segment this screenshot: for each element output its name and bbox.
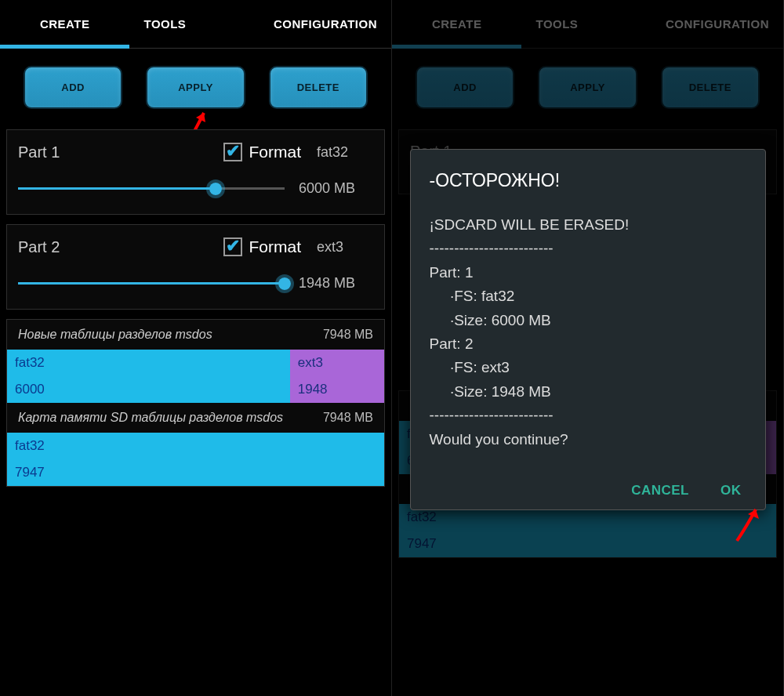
part1-title: Part 1 <box>18 143 223 161</box>
part1-fs[interactable]: fat32 <box>317 144 373 161</box>
new-table-fs-row: fat32 ext3 <box>7 350 384 376</box>
sd-table-total: 7948 MB <box>323 411 373 425</box>
right-screen: CREATE TOOLS CONFIGURATION ADD APPLY DEL… <box>392 0 784 696</box>
add-button[interactable]: ADD <box>24 66 122 109</box>
part2-slider[interactable] <box>18 282 285 285</box>
new-table-title: Новые таблицы разделов msdos <box>18 328 212 342</box>
action-row: ADD APPLY DELETE <box>0 49 391 129</box>
dialog-body: ¡SDCARD WILL BE ERASED! ----------------… <box>430 213 746 451</box>
part2-fs[interactable]: ext3 <box>317 239 373 256</box>
new-table-header: Новые таблицы разделов msdos 7948 MB <box>7 320 384 350</box>
left-screen: CREATE TOOLS CONFIGURATION ADD APPLY DEL… <box>0 0 392 696</box>
sd-table-title: Карта памяти SD таблицы разделов msdos <box>18 411 283 425</box>
part1-format-label: Format <box>249 143 301 161</box>
part2-format-label: Format <box>249 237 301 256</box>
tab-create[interactable]: CREATE <box>0 0 129 48</box>
warning-dialog: -ОСТОРОЖНО! ¡SDCARD WILL BE ERASED! ----… <box>410 149 766 510</box>
tables-card: Новые таблицы разделов msdos 7948 MB fat… <box>6 319 385 487</box>
new-part2-fs: ext3 <box>290 350 384 376</box>
part1-slider[interactable] <box>18 187 285 190</box>
part1-format-checkbox[interactable] <box>223 143 242 161</box>
sd-table-fs-row: fat32 <box>7 433 384 459</box>
dialog-actions: CANCEL OK <box>430 483 746 498</box>
partition-card-1: Part 1 Format fat32 6000 MB <box>6 129 385 215</box>
part2-size: 1948 MB <box>299 275 373 292</box>
part1-size: 6000 MB <box>299 180 373 197</box>
dialog-backdrop: -ОСТОРОЖНО! ¡SDCARD WILL BE ERASED! ----… <box>392 0 783 696</box>
cancel-button[interactable]: CANCEL <box>631 483 689 498</box>
tab-configuration[interactable]: CONFIGURATION <box>260 0 391 48</box>
sd-part1-fs: fat32 <box>7 433 384 459</box>
new-part2-size: 1948 <box>290 376 384 403</box>
sd-table-size-row: 7947 <box>7 459 384 486</box>
new-table-total: 7948 MB <box>323 328 373 342</box>
new-part1-fs: fat32 <box>7 350 290 376</box>
new-part1-size: 6000 <box>7 376 290 403</box>
ok-button[interactable]: OK <box>720 483 742 498</box>
apply-button[interactable]: APPLY <box>146 66 245 109</box>
part1-slider-thumb[interactable] <box>206 179 225 198</box>
partition-card-2: Part 2 Format ext3 1948 MB <box>6 224 385 310</box>
tabs: CREATE TOOLS CONFIGURATION <box>0 0 391 49</box>
new-table-size-row: 6000 1948 <box>7 376 384 403</box>
delete-button[interactable]: DELETE <box>269 66 368 109</box>
part2-format-checkbox[interactable] <box>223 237 242 256</box>
sd-table-header: Карта памяти SD таблицы разделов msdos 7… <box>7 403 384 433</box>
tab-tools[interactable]: TOOLS <box>129 0 259 48</box>
part1-slider-fill <box>18 187 216 190</box>
dialog-title: -ОСТОРОЖНО! <box>430 170 746 191</box>
part2-slider-thumb[interactable] <box>275 274 294 293</box>
part2-title: Part 2 <box>18 238 223 256</box>
part2-slider-fill <box>18 282 285 285</box>
sd-part1-size: 7947 <box>7 459 384 486</box>
